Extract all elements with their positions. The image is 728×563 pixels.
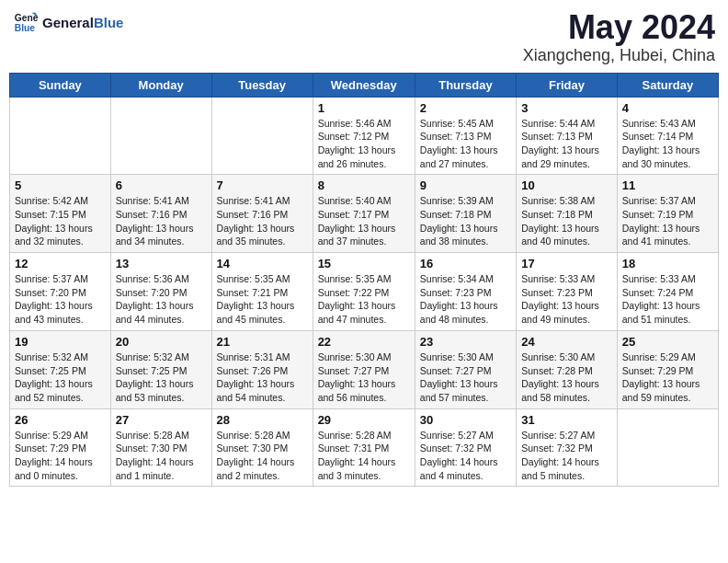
calendar-title: May 2024 <box>523 9 715 46</box>
calendar-cell: 19Sunrise: 5:32 AM Sunset: 7:25 PM Dayli… <box>10 330 111 408</box>
calendar-cell: 18Sunrise: 5:33 AM Sunset: 7:24 PM Dayli… <box>617 253 718 331</box>
logo-text-blue: Blue <box>94 15 124 30</box>
calendar-cell: 24Sunrise: 5:30 AM Sunset: 7:28 PM Dayli… <box>517 330 618 408</box>
day-number: 4 <box>622 101 713 115</box>
day-info: Sunrise: 5:32 AM Sunset: 7:25 PM Dayligh… <box>15 350 106 405</box>
day-number: 2 <box>420 101 511 115</box>
calendar-cell: 17Sunrise: 5:33 AM Sunset: 7:23 PM Dayli… <box>517 253 618 331</box>
logo-text-general: General <box>42 15 94 30</box>
day-number: 30 <box>420 413 511 427</box>
calendar-cell: 23Sunrise: 5:30 AM Sunset: 7:27 PM Dayli… <box>415 330 516 408</box>
day-number: 27 <box>116 413 207 427</box>
calendar-week-row: 5Sunrise: 5:42 AM Sunset: 7:15 PM Daylig… <box>10 175 719 253</box>
day-info: Sunrise: 5:37 AM Sunset: 7:20 PM Dayligh… <box>15 272 106 327</box>
calendar-week-row: 26Sunrise: 5:29 AM Sunset: 7:29 PM Dayli… <box>10 408 719 487</box>
calendar-cell: 7Sunrise: 5:41 AM Sunset: 7:16 PM Daylig… <box>211 175 313 253</box>
calendar-cell: 22Sunrise: 5:30 AM Sunset: 7:27 PM Dayli… <box>313 330 415 408</box>
calendar-cell: 4Sunrise: 5:43 AM Sunset: 7:14 PM Daylig… <box>617 97 718 175</box>
calendar-cell: 31Sunrise: 5:27 AM Sunset: 7:32 PM Dayli… <box>517 408 618 487</box>
day-number: 18 <box>622 257 713 270</box>
weekday-header-row: Sunday Monday Tuesday Wednesday Thursday… <box>10 73 719 97</box>
day-info: Sunrise: 5:42 AM Sunset: 7:15 PM Dayligh… <box>15 194 106 248</box>
page-header: General Blue GeneralBlue May 2024 Xiangc… <box>9 9 719 65</box>
calendar-cell: 28Sunrise: 5:28 AM Sunset: 7:30 PM Dayli… <box>211 408 313 487</box>
day-number: 20 <box>116 335 207 349</box>
day-number: 22 <box>318 335 410 349</box>
day-number: 11 <box>622 178 713 192</box>
calendar-cell: 13Sunrise: 5:36 AM Sunset: 7:20 PM Dayli… <box>110 253 211 331</box>
day-number: 1 <box>318 101 410 115</box>
day-number: 28 <box>217 413 308 427</box>
day-info: Sunrise: 5:44 AM Sunset: 7:13 PM Dayligh… <box>521 117 612 171</box>
calendar-cell: 26Sunrise: 5:29 AM Sunset: 7:29 PM Dayli… <box>10 408 111 487</box>
title-block: May 2024 Xiangcheng, Hubei, China <box>523 9 715 65</box>
day-number: 16 <box>420 257 511 270</box>
header-saturday: Saturday <box>617 73 718 97</box>
header-friday: Friday <box>517 73 618 97</box>
calendar-cell <box>211 97 313 175</box>
day-number: 23 <box>420 335 511 349</box>
day-number: 8 <box>318 178 410 192</box>
day-info: Sunrise: 5:34 AM Sunset: 7:23 PM Dayligh… <box>420 272 511 327</box>
calendar-cell: 14Sunrise: 5:35 AM Sunset: 7:21 PM Dayli… <box>211 253 313 331</box>
calendar-cell <box>10 97 111 175</box>
calendar-cell: 8Sunrise: 5:40 AM Sunset: 7:17 PM Daylig… <box>313 175 415 253</box>
calendar-cell: 6Sunrise: 5:41 AM Sunset: 7:16 PM Daylig… <box>110 175 211 253</box>
day-info: Sunrise: 5:29 AM Sunset: 7:29 PM Dayligh… <box>15 429 106 483</box>
day-number: 29 <box>318 413 410 427</box>
calendar-cell: 11Sunrise: 5:37 AM Sunset: 7:19 PM Dayli… <box>617 175 718 253</box>
day-info: Sunrise: 5:46 AM Sunset: 7:12 PM Dayligh… <box>318 117 410 171</box>
calendar-cell: 21Sunrise: 5:31 AM Sunset: 7:26 PM Dayli… <box>211 330 313 408</box>
day-number: 31 <box>521 413 612 427</box>
day-info: Sunrise: 5:28 AM Sunset: 7:30 PM Dayligh… <box>116 429 207 483</box>
day-number: 14 <box>217 257 308 270</box>
day-number: 13 <box>116 257 207 270</box>
calendar-cell: 10Sunrise: 5:38 AM Sunset: 7:18 PM Dayli… <box>517 175 618 253</box>
header-thursday: Thursday <box>415 73 516 97</box>
day-info: Sunrise: 5:37 AM Sunset: 7:19 PM Dayligh… <box>622 194 713 248</box>
calendar-cell: 20Sunrise: 5:32 AM Sunset: 7:25 PM Dayli… <box>110 330 211 408</box>
day-number: 19 <box>15 335 106 349</box>
day-number: 15 <box>318 257 410 270</box>
calendar-cell: 15Sunrise: 5:35 AM Sunset: 7:22 PM Dayli… <box>313 253 415 331</box>
calendar-cell: 30Sunrise: 5:27 AM Sunset: 7:32 PM Dayli… <box>415 408 516 487</box>
day-info: Sunrise: 5:43 AM Sunset: 7:14 PM Dayligh… <box>622 117 713 171</box>
day-number: 25 <box>622 335 713 349</box>
header-sunday: Sunday <box>10 73 111 97</box>
day-info: Sunrise: 5:41 AM Sunset: 7:16 PM Dayligh… <box>116 194 207 248</box>
day-info: Sunrise: 5:39 AM Sunset: 7:18 PM Dayligh… <box>420 194 511 248</box>
day-info: Sunrise: 5:35 AM Sunset: 7:21 PM Dayligh… <box>217 272 308 327</box>
day-number: 24 <box>521 335 612 349</box>
day-info: Sunrise: 5:30 AM Sunset: 7:27 PM Dayligh… <box>318 350 410 405</box>
day-info: Sunrise: 5:41 AM Sunset: 7:16 PM Dayligh… <box>217 194 308 248</box>
day-number: 6 <box>116 178 207 192</box>
day-info: Sunrise: 5:30 AM Sunset: 7:28 PM Dayligh… <box>521 350 612 405</box>
day-info: Sunrise: 5:40 AM Sunset: 7:17 PM Dayligh… <box>318 194 410 248</box>
day-info: Sunrise: 5:38 AM Sunset: 7:18 PM Dayligh… <box>521 194 612 248</box>
calendar-cell <box>617 408 718 487</box>
day-info: Sunrise: 5:45 AM Sunset: 7:13 PM Dayligh… <box>420 117 511 171</box>
day-number: 5 <box>15 178 106 192</box>
calendar-table: Sunday Monday Tuesday Wednesday Thursday… <box>9 73 719 488</box>
calendar-cell: 5Sunrise: 5:42 AM Sunset: 7:15 PM Daylig… <box>10 175 111 253</box>
calendar-cell <box>110 97 211 175</box>
day-info: Sunrise: 5:30 AM Sunset: 7:27 PM Dayligh… <box>420 350 511 405</box>
day-info: Sunrise: 5:33 AM Sunset: 7:23 PM Dayligh… <box>521 272 612 327</box>
day-info: Sunrise: 5:29 AM Sunset: 7:29 PM Dayligh… <box>622 350 713 405</box>
day-number: 26 <box>15 413 106 427</box>
day-number: 7 <box>217 178 308 192</box>
day-info: Sunrise: 5:35 AM Sunset: 7:22 PM Dayligh… <box>318 272 410 327</box>
calendar-cell: 9Sunrise: 5:39 AM Sunset: 7:18 PM Daylig… <box>415 175 516 253</box>
day-info: Sunrise: 5:27 AM Sunset: 7:32 PM Dayligh… <box>420 429 511 483</box>
day-number: 9 <box>420 178 511 192</box>
calendar-cell: 29Sunrise: 5:28 AM Sunset: 7:31 PM Dayli… <box>313 408 415 487</box>
calendar-subtitle: Xiangcheng, Hubei, China <box>523 46 715 65</box>
day-info: Sunrise: 5:32 AM Sunset: 7:25 PM Dayligh… <box>116 350 207 405</box>
day-info: Sunrise: 5:27 AM Sunset: 7:32 PM Dayligh… <box>521 429 612 483</box>
day-info: Sunrise: 5:33 AM Sunset: 7:24 PM Dayligh… <box>622 272 713 327</box>
day-info: Sunrise: 5:36 AM Sunset: 7:20 PM Dayligh… <box>116 272 207 327</box>
day-info: Sunrise: 5:28 AM Sunset: 7:31 PM Dayligh… <box>318 429 410 483</box>
day-info: Sunrise: 5:28 AM Sunset: 7:30 PM Dayligh… <box>217 429 308 483</box>
calendar-week-row: 19Sunrise: 5:32 AM Sunset: 7:25 PM Dayli… <box>10 330 719 408</box>
logo: General Blue GeneralBlue <box>13 9 123 35</box>
